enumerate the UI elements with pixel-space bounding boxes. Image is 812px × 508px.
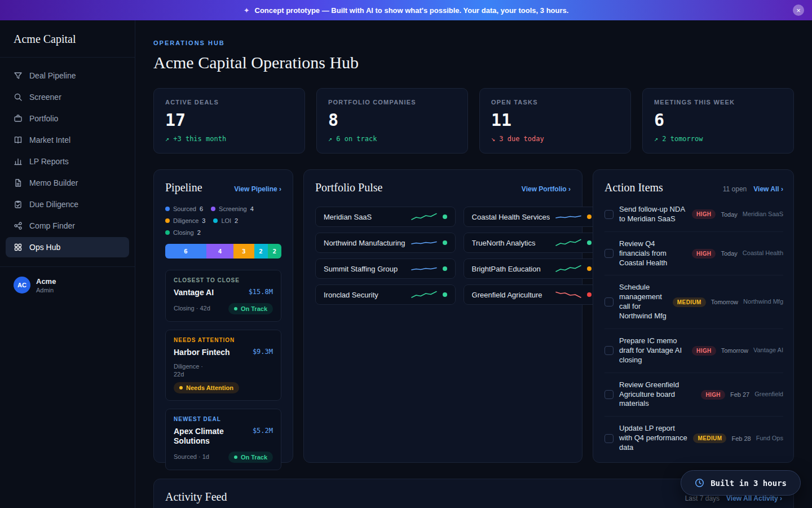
sidebar-item-label: Comp Finder (29, 221, 75, 230)
task-title: Review Greenfield Agriculture board mate… (619, 380, 695, 409)
highlight-label: NEWEST DEAL (174, 416, 273, 422)
pipeline-bar-segment: 2 (254, 244, 268, 259)
task-checkbox[interactable] (604, 346, 614, 355)
trend-arrow-icon: ↘ (491, 135, 495, 143)
portfolio-company-row[interactable]: Northwind Manufacturing (315, 233, 456, 253)
sidebar-item-lp-reports[interactable]: LP Reports (6, 151, 129, 172)
task-title: Review Q4 financials from Coastal Health (619, 239, 686, 268)
portfolio-company-row[interactable]: BrightPath Education (464, 259, 601, 279)
company-name: Coastal Health Services (472, 213, 550, 221)
stat-trend-text: +3 this month (173, 135, 226, 143)
sidebar-item-deal-pipeline[interactable]: Deal Pipeline (6, 65, 129, 86)
task-checkbox[interactable] (604, 249, 614, 258)
search-icon (14, 93, 23, 102)
portfolio-company-row[interactable]: TrueNorth Analytics (464, 233, 601, 253)
sidebar-item-label: Portfolio (29, 114, 58, 123)
stage-count: 2 (197, 229, 201, 236)
deal-name: Vantage AI (174, 288, 214, 298)
stage-count: 3 (202, 217, 205, 224)
deal-highlight-needs-attention[interactable]: NEEDS ATTENTION Harbor Fintech $9.3M Dil… (165, 330, 281, 401)
main-content: OPERATIONS HUB Acme Capital Operations H… (135, 20, 812, 508)
trend-arrow-icon: ↗ (165, 135, 169, 143)
view-all-activity-link[interactable]: View All Activity (726, 494, 782, 502)
legend-item: LOI2 (213, 217, 238, 224)
task-tag: Vantage AI (753, 347, 783, 354)
health-dot (443, 214, 447, 219)
user-profile[interactable]: AC Acme Admin (0, 266, 135, 303)
activity-range: Last 7 days (685, 494, 720, 502)
task-tag: Greenfield (754, 391, 783, 398)
task-title: Send follow-up NDA to Meridian SaaS (619, 205, 686, 224)
deal-amount: $9.3M (253, 348, 273, 358)
sidebar-item-label: Ops Hub (29, 243, 60, 252)
portfolio-grid: Meridian SaaS Coastal Health Services No… (315, 207, 571, 305)
deal-meta: Diligence · 22d (174, 362, 213, 379)
sidebar-item-market-intel[interactable]: Market Intel (6, 130, 129, 150)
view-portfolio-link[interactable]: View Portfolio (522, 185, 571, 193)
task-checkbox[interactable] (604, 297, 614, 306)
portfolio-pulse-panel: Portfolio Pulse View Portfolio Meridian … (303, 169, 582, 463)
stage-name: Closing (173, 229, 194, 236)
portfolio-company-row[interactable]: Greenfield Agriculture (464, 284, 601, 305)
sidebar-item-screener[interactable]: Screener (6, 87, 129, 107)
stat-trend: ↗2 tomorrow (654, 135, 782, 143)
sparkline (411, 290, 437, 299)
stats-row: ACTIVE DEALS 17 ↗+3 this month PORTFOLIO… (153, 88, 794, 154)
action-item-list: Send follow-up NDA to Meridian SaaS HIGH… (604, 198, 783, 460)
network-icon (14, 221, 23, 230)
deal-name: Harbor Fintech (174, 348, 230, 358)
deal-highlight-closest-to-close[interactable]: CLOSEST TO CLOSE Vantage AI $15.8M Closi… (165, 270, 281, 322)
status-badge: On Track (228, 452, 273, 463)
status-badge: On Track (228, 303, 273, 314)
health-dot (587, 214, 592, 219)
task-tag: Meridian SaaS (743, 211, 783, 218)
action-item-row: Send follow-up NDA to Meridian SaaS HIGH… (604, 198, 783, 232)
task-checkbox[interactable] (604, 210, 614, 219)
sparkline (411, 212, 437, 221)
stage-name: Screening (219, 205, 247, 212)
portfolio-company-row[interactable]: Ironclad Security (315, 284, 456, 305)
view-all-link[interactable]: View All (753, 185, 783, 193)
sidebar-item-comp-finder[interactable]: Comp Finder (6, 216, 129, 236)
task-checkbox[interactable] (604, 434, 614, 443)
action-items-panel: Action Items 11 open View All Send follo… (593, 169, 794, 463)
bar-chart-icon (14, 157, 23, 166)
portfolio-company-row[interactable]: Summit Staffing Group (315, 259, 456, 279)
sidebar-item-label: Deal Pipeline (29, 71, 76, 80)
company-name: Summit Staffing Group (324, 265, 405, 273)
deal-highlight-newest-deal[interactable]: NEWEST DEAL Apex Climate Solutions $5.2M… (165, 409, 281, 470)
task-checkbox[interactable] (604, 390, 614, 399)
prototype-banner: ✦ Concept prototype — Built with AI to s… (0, 0, 812, 20)
company-name: Northwind Manufacturing (324, 239, 405, 247)
action-item-row: Prepare IC memo draft for Vantage AI clo… (604, 329, 783, 373)
portfolio-pulse-title: Portfolio Pulse (315, 181, 382, 194)
task-title: Prepare IC memo draft for Vantage AI clo… (619, 336, 686, 365)
legend-item: Closing2 (165, 229, 201, 236)
banner-close-button[interactable]: × (793, 5, 804, 16)
pipeline-bar-segment: 4 (206, 244, 233, 259)
deal-name: Apex Climate Solutions (174, 427, 240, 446)
pipeline-bar-segment: 3 (233, 244, 254, 259)
stat-trend-text: 6 on track (336, 135, 377, 143)
view-pipeline-link[interactable]: View Pipeline (234, 185, 281, 193)
highlight-label: CLOSEST TO CLOSE (174, 277, 273, 283)
action-item-row: Schedule management call for Northwind M… (604, 275, 783, 329)
sidebar-item-label: LP Reports (29, 157, 69, 166)
portfolio-company-row[interactable]: Meridian SaaS (315, 207, 456, 227)
stat-label: PORTFOLIO COMPANIES (328, 99, 456, 106)
priority-badge: MEDIUM (693, 433, 726, 443)
status-badge-label: On Track (241, 305, 267, 312)
sidebar-item-label: Screener (29, 93, 61, 102)
sidebar-item-memo-builder[interactable]: Memo Builder (6, 173, 129, 193)
sidebar-item-due-diligence[interactable]: Due Diligence (6, 194, 129, 214)
stage-dot (213, 218, 218, 223)
task-tag: Fund Ops (756, 435, 783, 443)
highlight-label: NEEDS ATTENTION (174, 337, 273, 343)
portfolio-company-row[interactable]: Coastal Health Services (464, 207, 601, 227)
sidebar-item-label: Due Diligence (29, 200, 78, 209)
status-badge-label: On Track (241, 454, 267, 461)
due-date: Today (721, 211, 737, 218)
action-item-row: Review Greenfield Agriculture board mate… (604, 373, 783, 417)
sidebar-item-portfolio[interactable]: Portfolio (6, 108, 129, 129)
sidebar-item-ops-hub[interactable]: Ops Hub (6, 237, 129, 257)
